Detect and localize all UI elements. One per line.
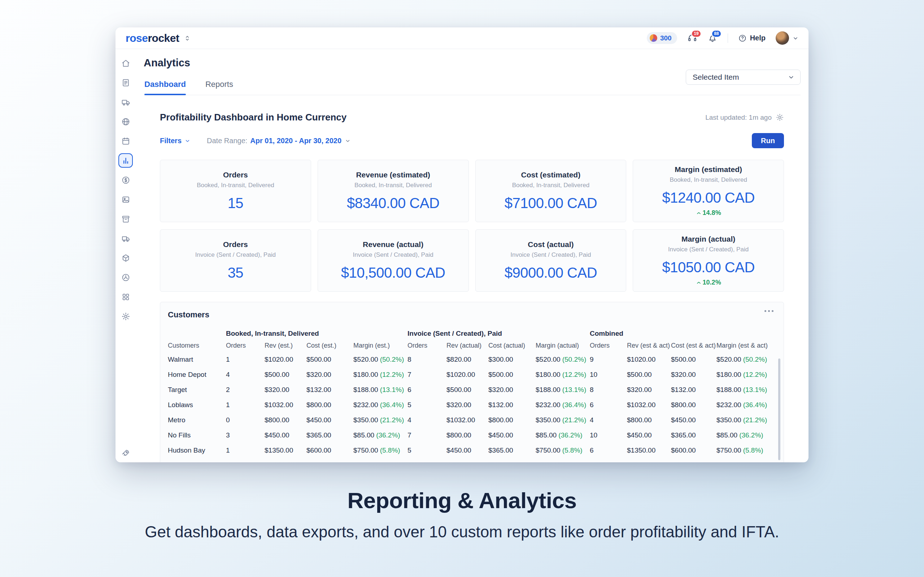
table-row[interactable]: Loblaws1$1032.00$800.00$232.00(36.4%)5$3… [168,397,783,413]
table-cell: $132.00 [307,386,353,394]
table-row[interactable]: Target2$320.00$132.00$188.00(13.1%)6$500… [168,382,783,397]
customer-name: Home Depot [168,371,226,379]
credits-pill[interactable]: 300 [647,32,677,44]
kpi-subtitle: Booked, In-transit, Delivered [197,182,274,189]
table-cell: $320.00 [627,386,671,394]
footer-subheading: Get dashboards, data exports, and over 1… [0,523,924,541]
margin-percent: (36.4%) [380,401,404,409]
globe-icon[interactable] [118,114,133,129]
help-button[interactable]: Help [738,34,766,43]
margin-percent: (21.2%) [743,416,767,424]
margin-percent: (36.2%) [376,431,400,439]
table-cell: 6 [590,401,627,409]
table-cell: $800.00 [627,416,671,424]
globe-network-icon[interactable] [118,270,133,285]
margin-cell: $520.00(50.2%) [716,356,783,364]
kpi-subtitle: Invoice (Sent / Created), Paid [668,246,749,253]
margin-cell: $232.00(36.4%) [536,401,590,409]
kpi-title: Cost (actual) [528,240,573,249]
table-cell: 5 [407,401,446,409]
margin-percent: (50.2%) [743,356,767,363]
home-icon[interactable] [118,56,133,70]
selected-item-dropdown[interactable]: Selected Item [686,69,801,85]
dollar-icon[interactable] [118,173,133,187]
truck-icon[interactable] [118,95,133,109]
footer-caption: Reporting & Analytics Get dashboards, da… [0,488,924,541]
table-cell: $1032.00 [446,416,488,424]
more-icon[interactable] [764,310,774,312]
customers-card: Customers Booked, In-transit, DeliveredI… [160,302,784,462]
table-cell: 4 [407,416,446,424]
kpi-title: Margin (actual) [682,235,735,243]
table-cell: $450.00 [265,431,307,439]
table-row[interactable]: Home Depot4$500.00$320.00$180.00(12.2%)7… [168,367,783,382]
table-cell: 10 [590,371,627,379]
kpi-value: 35 [228,265,244,281]
customer-name: Hudson Bay [168,446,226,455]
kpi-value: $9000.00 CAD [505,265,597,281]
run-button[interactable]: Run [752,133,784,148]
chevron-down-icon [184,137,191,144]
margin-cell: $520.00(50.2%) [353,356,407,364]
gear-icon[interactable] [775,113,784,121]
date-range-value: Apr 01, 2020 - Apr 30, 2020 [250,137,341,145]
kpi-card: OrdersInvoice (Sent / Created), Paid35 [160,229,311,292]
chevron-down-icon [792,35,799,42]
notifications-badge: 88 [711,30,721,37]
archive-icon[interactable] [118,212,133,226]
chevron-down-icon [344,137,351,144]
margin-cell: $85.00(36.2%) [716,431,783,439]
image-icon[interactable] [118,192,133,206]
kpi-card: Revenue (estimated)Booked, In-transit, D… [318,160,469,222]
column-group-label: Invoice (Sent / Created), Paid [407,330,590,338]
column-group-label: Booked, In-transit, Delivered [226,330,407,338]
roserocket-logo: roserocket [126,32,179,44]
support-button[interactable]: 19 [687,33,697,43]
gear-icon[interactable] [118,309,133,324]
document-icon[interactable] [118,76,133,90]
table-cell: $800.00 [265,416,307,424]
table-cell: 10 [590,431,627,439]
margin-cell: $180.00(12.2%) [536,371,590,379]
date-range-control[interactable]: Date Range: Apr 01, 2020 - Apr 30, 2020 [207,137,351,145]
filters-toggle[interactable]: Filters [160,137,191,145]
notifications-button[interactable]: 88 [708,33,717,43]
margin-cell: $350.00(21.2%) [536,416,590,424]
table-cell: 4 [226,371,265,379]
rocket-icon[interactable] [118,446,133,460]
calendar-icon[interactable] [118,134,133,148]
column-header: Orders [407,342,446,350]
tab-reports[interactable]: Reports [205,80,233,95]
margin-percent: (36.2%) [558,431,583,439]
table-cell: $500.00 [488,371,536,379]
table-cell: $450.00 [671,416,716,424]
kpi-title: Orders [223,240,248,249]
table-cell: $500.00 [446,386,488,394]
table-row[interactable]: Metro0$800.00$450.00$350.00(21.2%)4$1032… [168,413,783,428]
tab-dashboard[interactable]: Dashboard [144,80,186,95]
filters-label: Filters [160,137,181,145]
user-menu[interactable] [775,31,799,45]
table-cell: $450.00 [307,416,353,424]
margin-percent: (13.1%) [743,386,767,393]
table-cell: $1350.00 [627,446,671,455]
margin-percent: (36.4%) [743,401,767,409]
bar-chart-icon[interactable] [118,153,133,168]
kpi-value: 15 [228,195,244,211]
workspace-switcher-icon[interactable] [183,34,191,42]
kpi-card: Margin (estimated)Booked, In-transit, De… [633,160,784,222]
cube-icon[interactable] [118,251,133,265]
truck-alt-icon[interactable] [118,231,133,246]
table-scrollbar[interactable] [778,358,780,460]
table-row[interactable]: Walmart1$1020.00$500.00$520.00(50.2%)8$8… [168,352,783,367]
topbar: roserocket 300 19 88 Help [115,27,809,49]
margin-percent: (5.8%) [743,446,763,454]
table-cell: $1350.00 [265,446,307,455]
sidebar [115,49,136,462]
margin-cell: $350.00(21.2%) [716,416,783,424]
table-row[interactable]: No Fills3$450.00$365.00$85.00(36.2%)7$80… [168,428,783,443]
column-header: Cost (actual) [488,342,536,350]
apps-grid-icon[interactable] [118,290,133,304]
column-header: Orders [590,342,627,350]
table-row[interactable]: Hudson Bay1$1350.00$600.00$750.00(5.8%)5… [168,443,783,458]
